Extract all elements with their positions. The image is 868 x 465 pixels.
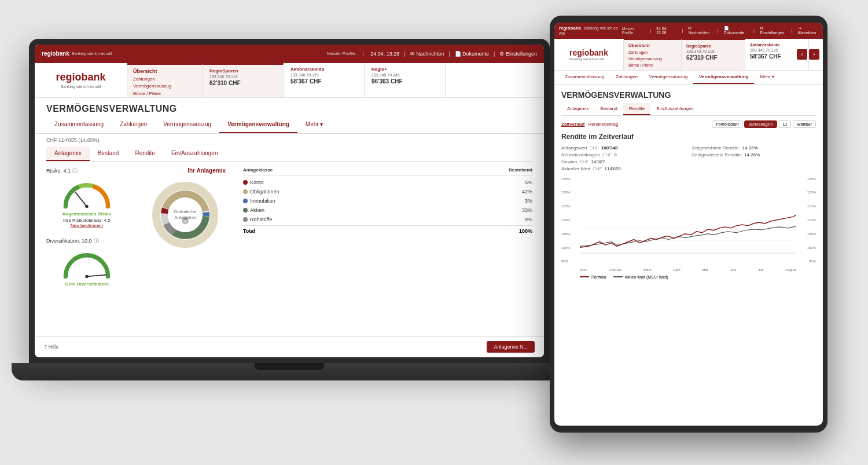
laptop-device: regiobank Banking wie ich es will Master… [29, 39, 550, 433]
xlabel-aug: August [785, 268, 796, 272]
tablet-acc2-label: Aktionärskonto [750, 42, 804, 48]
tablet-nav-nachrichten[interactable]: ✉ Nachrichten [688, 26, 712, 35]
tablet-menu-boerse[interactable]: Börse / Pläne [628, 62, 676, 68]
rohst-pct: 9% [525, 217, 532, 222]
tablet-accounts-nav: RegioSparen 183.340.70.118 62'310 CHF Ak… [682, 39, 823, 70]
laptop-account-regiosparen[interactable]: RegioSparen 183.340.70.118 62'310 CHF [203, 63, 284, 97]
laptop-nav-nachrichten[interactable]: ✉ Nachrichten [410, 51, 444, 57]
laptop-subtab-einzahlungen[interactable]: Ein/Auszahlungen [163, 147, 226, 161]
laptop-tab-vermoegensauszug[interactable]: Vermögensauszug [155, 116, 219, 133]
laptop-nav-einstellungen[interactable]: ⚙ Einstellungen [499, 51, 537, 57]
laptop-brand-sub: Banking wie ich es will [72, 52, 112, 56]
tablet-period-jahresbeginn[interactable]: Jahresbeginn [744, 120, 777, 128]
laptop-portfolio-area: Risiko: 4.1 ⓘ [46, 167, 532, 287]
laptop-menu-boerse[interactable]: Börse / Pläne [133, 90, 196, 98]
ylabel-95: 95% [561, 259, 580, 263]
tablet-tab-zahlungen[interactable]: Zahlungen [610, 71, 643, 84]
laptop-nav-dokumente[interactable]: 📄 Dokumente [455, 51, 490, 57]
tablet-time-zeitverlauf[interactable]: Zeitverlauf [561, 122, 584, 127]
laptop-subtab-anlagemix[interactable]: Anlagemix [46, 147, 90, 161]
svg-text:7: 7 [97, 259, 98, 262]
immob-dot [243, 199, 248, 203]
tablet-period-wählbar[interactable]: Wählbar [793, 120, 816, 128]
stat4-value: 114'655 [605, 166, 621, 171]
tablet-menu-vermoegen[interactable]: Vermögensauszug [628, 56, 676, 62]
gauge1-info-icon[interactable]: ⓘ [72, 167, 78, 175]
stat4-label: Aktueller Wert [561, 166, 590, 171]
laptop-legend-immobilien: Immobilien 3% [243, 196, 532, 206]
laptop-header-date: 24.04. 13:28 [370, 51, 399, 57]
laptop-sep1: | [404, 51, 405, 57]
laptop-tab-vermoegenverwaltung[interactable]: Vermögensverwaltung [219, 116, 297, 133]
laptop-donut-container: i OptimierterAnlagemix [148, 177, 223, 252]
legend-total-pct: 100% [519, 228, 532, 234]
tablet-tab-zusammenfassung[interactable]: Zusammenfassung [559, 71, 610, 84]
laptop-legend-rohstoffe: Rohstoffe 9% [243, 215, 532, 224]
tablet-time-renditebeitrag[interactable]: Renditebeitrag [588, 122, 618, 127]
laptop-anlagemix-btn[interactable]: Anlagemix N... [487, 341, 535, 353]
rylabl-110: 110% [796, 218, 816, 222]
stat4-currency: CHF [593, 166, 602, 171]
laptop-gauge-column: Risiko: 4.1 ⓘ [46, 167, 127, 287]
tablet-nav-einstellungen[interactable]: ⚙ Einstellungen [760, 26, 786, 35]
tablet-rendite-title: Rendite im Zeitverlauf [561, 133, 816, 141]
laptop-tab-mehr[interactable]: Mehr ▾ [297, 116, 332, 133]
ylabel-100: 100% [561, 246, 580, 250]
tablet-nav-dokumente[interactable]: 📄 Dokumente [724, 26, 748, 35]
tablet-chart-wrapper: 125% 120% 115% 110% 105% 100% 95% [561, 177, 816, 273]
tablet-subtab-einzahlungen[interactable]: Ein/Auszahlungen [650, 103, 700, 115]
immob-pct: 3% [525, 198, 532, 204]
laptop-tab-zusammenfassung[interactable]: Zusammenfassung [46, 116, 112, 133]
laptop-logo: regiobank [56, 71, 105, 83]
laptop-subtab-bestand[interactable]: Bestand [90, 147, 127, 161]
stat2-label: Nettoeinzahlungen [561, 152, 600, 158]
tablet-subtab-bestand[interactable]: Bestand [594, 103, 623, 115]
tablet-prev-arrow[interactable]: ‹ [797, 49, 807, 60]
xlabel-apr: April [674, 268, 681, 272]
rohst-label: Rohstoffe [250, 217, 272, 222]
laptop-acc1-balance: 62'310 CHF [209, 80, 276, 86]
laptop-tab-zahlungen[interactable]: Zahlungen [112, 116, 155, 133]
rylabl-95: 95% [796, 259, 816, 263]
tablet-header: regiobank Banking wie ich es will Master… [554, 23, 823, 39]
laptop-account-aktionär[interactable]: Aktionärskonto 183.340.70.120 58'367 CHF [284, 63, 365, 97]
tablet-tab-vermoegensauszug[interactable]: Vermögensauszug [643, 71, 693, 84]
rylabl-115: 115% [796, 204, 816, 208]
tablet-period-portfoliostart[interactable]: Portfoliostart [712, 120, 742, 128]
laptop-menu-vermoegen[interactable]: Vermögensauszug [133, 83, 196, 90]
laptop-help[interactable]: ? Hilfe [44, 344, 59, 350]
tablet-tab-mehr[interactable]: Mehr ▾ [754, 71, 779, 84]
rylabl-125: 125% [796, 177, 816, 181]
laptop-logo-area: regiobank Banking wie ich es will [35, 63, 127, 97]
msci-legend-label: Aktien Welt (MSCI Welt) [625, 275, 668, 279]
konto-label: Konto [250, 180, 264, 185]
laptop-legend-aktien: Aktien 33% [243, 206, 532, 215]
stat-geldgew-value: 14.26% [744, 152, 760, 158]
tablet-tab-vermoegensverwaltung[interactable]: Vermögensverwaltung [693, 71, 754, 84]
tablet-acc1-label: RegioSparen [686, 43, 740, 49]
tablet-chart-x-labels: 2019 Februar März April Mai Juni Juli Au… [580, 267, 796, 273]
tablet-nav-abmelden[interactable]: ↪ Abmelden [798, 26, 818, 35]
laptop-header-user-sep: | [362, 51, 363, 56]
tablet-chart-area: 2019 Februar März April Mai Juni Juli Au… [580, 177, 796, 273]
laptop-menu-zahlungen[interactable]: Zahlungen [133, 76, 196, 83]
tablet-subtab-anlagemix[interactable]: Anlagemix [561, 103, 594, 115]
tablet-sep2: | [717, 28, 718, 33]
oblig-dot [243, 189, 248, 194]
laptop-overview-menu: Übersicht Zahlungen Vermögensauszug Börs… [127, 63, 203, 97]
laptop-gauge1-link[interactable]: Neu bestimmen [46, 223, 127, 228]
tablet-next-arrow[interactable]: › [809, 49, 819, 60]
tablet-acc1[interactable]: RegioSparen 183.340.70.118 62'310 CHF [682, 39, 745, 70]
tablet-period-1j[interactable]: 1J [779, 120, 791, 128]
gauge2-info-icon[interactable]: ⓘ [94, 237, 99, 245]
laptop-subtab-rendite[interactable]: Rendite [127, 147, 163, 161]
ylabel-110: 110% [561, 218, 580, 222]
laptop-logo-sub: Banking wie ich es will [56, 85, 105, 89]
ylabel-120: 120% [561, 191, 580, 194]
laptop-account-regioplus[interactable]: Regio+ 183.340.70.145 96'363 CHF [365, 63, 446, 97]
immob-label: Immobilien [250, 198, 275, 204]
tablet-menu-zahlungen[interactable]: Zahlungen [628, 49, 676, 56]
tablet-subtab-rendite[interactable]: Rendite [623, 103, 651, 115]
xlabel-feb: Februar [609, 268, 621, 272]
stat1-label: Anfangswert [561, 145, 587, 151]
